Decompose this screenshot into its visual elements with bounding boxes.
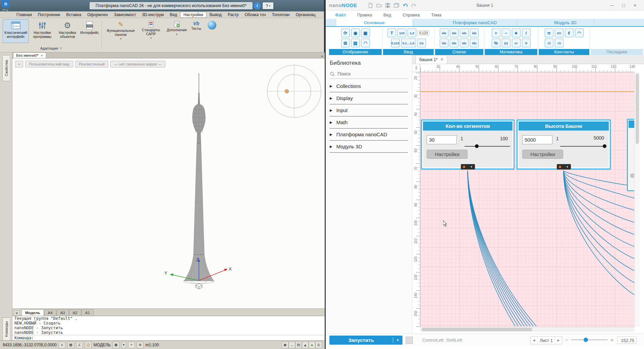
node-title[interactable]: Высота Башни: [519, 121, 609, 131]
prev-sheet-button[interactable]: ◀: [531, 339, 537, 342]
node-partial-port[interactable]: [630, 173, 634, 178]
input-text-icon[interactable]: T: [387, 29, 396, 37]
display-layers-icon[interactable]: ▤: [351, 39, 360, 47]
math-divide-icon[interactable]: /: [522, 29, 531, 37]
node-canvas[interactable]: Кол-во сегментов 1 100 Настройки ▼ Высот…: [420, 72, 634, 327]
ortho-toggle-icon[interactable]: ◫: [85, 342, 92, 348]
expand-arrow-icon[interactable]: ▶: [330, 96, 332, 100]
display-curve-icon[interactable]: ◠: [361, 39, 370, 47]
node-value-input[interactable]: [427, 135, 457, 144]
document-tab-close-icon[interactable]: ✕: [41, 54, 43, 57]
space-mode-label[interactable]: МОДЕЛЬ: [94, 343, 111, 347]
node-settings-button[interactable]: Настройки: [522, 150, 563, 159]
sheet-name[interactable]: Лист 1: [537, 337, 555, 344]
expand-arrow-icon[interactable]: ▶: [330, 108, 332, 112]
horizontal-scrollbar[interactable]: [420, 327, 634, 332]
ribbon-tab-modul3d[interactable]: Модуль 3D: [537, 19, 594, 26]
group-label-input[interactable]: Ввод: [383, 49, 434, 55]
layout-tab-a4[interactable]: A4: [44, 309, 56, 316]
open-document-icon[interactable]: [376, 2, 382, 9]
classic-interface-button[interactable]: Классический интерфейс: [3, 19, 29, 43]
menu-topoplan[interactable]: Топоплан: [269, 12, 292, 18]
maximize-button[interactable]: □: [618, 1, 629, 10]
expand-arrow-icon[interactable]: ▶: [330, 84, 332, 88]
math-multiply-icon[interactable]: ∗: [512, 29, 521, 37]
group-label-recent[interactable]: Последнее: [591, 49, 643, 55]
status-ok-icon[interactable]: ●: [309, 342, 315, 348]
list-index-icon[interactable]: idx: [450, 39, 459, 47]
list-index-icon[interactable]: idx: [440, 29, 448, 37]
tab-list-dropdown-icon[interactable]: ▾: [321, 55, 323, 58]
const-sqrt2-icon[interactable]: √2: [545, 39, 553, 47]
menu-spravka[interactable]: Справка: [402, 12, 420, 17]
list-index-icon[interactable]: idx: [450, 29, 459, 37]
search-input[interactable]: [337, 71, 398, 77]
menu-vid[interactable]: Вид: [383, 12, 391, 17]
zoom-in-button[interactable]: +: [610, 337, 613, 343]
document-tab[interactable]: Без имени0* ✕: [13, 52, 46, 58]
layout-tab-model[interactable]: Модель: [21, 309, 44, 316]
library-item-collections[interactable]: ▶Collections: [330, 80, 408, 92]
menu-vyvod[interactable]: Вывод: [207, 12, 225, 18]
zoom-slider[interactable]: [571, 339, 608, 340]
pan-tool-icon[interactable]: ↔: [288, 342, 295, 348]
node-output-connector[interactable]: ▼: [461, 164, 475, 169]
menu-tema[interactable]: Тема: [431, 12, 441, 17]
ribbon-group-adaptation[interactable]: Адаптация ▾: [3, 46, 99, 51]
commands-side-tab[interactable]: Команды: [2, 317, 10, 341]
menu-organizaciya[interactable]: Организац: [292, 12, 318, 18]
node-tower-height[interactable]: Высота Башни 1 5000 Настройки ▼: [517, 119, 611, 169]
menu-pravka[interactable]: Правка: [357, 12, 372, 17]
node-output-connector[interactable]: ▼: [557, 164, 571, 169]
interface-cfg-button[interactable]: CFG Интерфейс: [80, 19, 99, 43]
layout-grid-icon[interactable]: ⊞: [14, 310, 20, 316]
scale-dropdown-icon[interactable]: ▾: [121, 342, 126, 348]
help-button[interactable]: ?▾: [262, 2, 274, 9]
expand-arrow-icon[interactable]: ▶: [330, 133, 332, 136]
vertical-scrollbar[interactable]: [634, 72, 640, 327]
expand-arrow-icon[interactable]: ▶: [330, 145, 332, 148]
canvas-tab-close-icon[interactable]: ✕: [440, 57, 443, 62]
const-pi-icon[interactable]: π: [545, 29, 553, 37]
node-partial[interactable]: [627, 119, 634, 191]
expand-arrow-icon[interactable]: ▶: [330, 120, 332, 124]
const-2pi-icon[interactable]: 2π: [555, 29, 564, 37]
command-prompt[interactable]: Команда:: [12, 335, 325, 340]
math-add-icon[interactable]: +: [492, 29, 500, 37]
cad-standards-button[interactable]: Стандарты САПР ▾: [138, 20, 164, 48]
program-settings-button[interactable]: Настройки программы: [30, 19, 55, 43]
menu-rastr[interactable]: Растр: [225, 12, 241, 18]
node-title[interactable]: Кол-во сегментов: [423, 121, 513, 131]
const-length-icon[interactable]: ℓ: [565, 29, 574, 37]
input-integer-icon[interactable]: 123: [397, 29, 406, 37]
const-sqrt3-icon[interactable]: √3: [555, 39, 564, 47]
node-segment-count[interactable]: Кол-во сегментов 1 100 Настройки ▼: [421, 119, 515, 169]
osnap-icon[interactable]: ⌖: [128, 342, 135, 348]
grid-toggle-icon[interactable]: #: [59, 342, 65, 348]
library-item-input[interactable]: ▶Input: [330, 104, 408, 116]
node-slider[interactable]: [465, 146, 510, 147]
minimize-button[interactable]: ─: [606, 1, 618, 10]
display-watch-icon[interactable]: ◉: [351, 29, 360, 37]
zoom-tool-icon[interactable]: ◉: [282, 342, 288, 348]
menu-oblaka-tochek[interactable]: Облака точ: [242, 12, 269, 18]
ribbon-tab-platforma[interactable]: Платформа nanoCAD: [433, 19, 517, 26]
layout-tab-a1[interactable]: A1: [82, 309, 94, 316]
library-item-display[interactable]: ▶Display: [330, 92, 408, 104]
save-all-icon[interactable]: [393, 2, 400, 9]
canvas-tab[interactable]: башня 1* ✕: [416, 55, 447, 64]
list-index-icon[interactable]: idx: [470, 29, 479, 37]
node-settings-button[interactable]: Настройки: [427, 150, 468, 159]
library-item-platforma[interactable]: ▶Платформа nanoCAD: [330, 129, 408, 141]
menu-vstavka[interactable]: Вставка: [63, 12, 85, 18]
list-index-icon[interactable]: idx: [460, 29, 469, 37]
math-factorial-icon[interactable]: n!: [512, 39, 521, 47]
scrollbar-thumb[interactable]: [636, 73, 639, 144]
snap-toggle-icon[interactable]: ▦: [67, 342, 74, 348]
node-value-input[interactable]: [522, 135, 552, 144]
input-range-icon[interactable]: 0,1…1,0: [401, 39, 416, 47]
target-icon[interactable]: ◎: [315, 342, 322, 348]
slider-handle[interactable]: [475, 144, 479, 148]
group-label-constants[interactable]: Константы: [539, 49, 589, 55]
new-document-icon[interactable]: [367, 2, 374, 9]
